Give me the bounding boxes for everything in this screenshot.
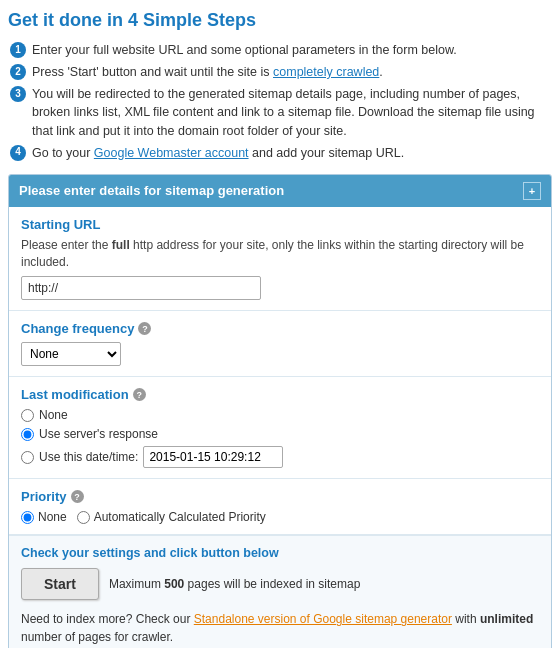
url-input[interactable] — [21, 276, 261, 300]
last-modification-radio-group: None Use server's response Use this date… — [21, 408, 539, 468]
priority-help[interactable]: ? — [71, 490, 84, 503]
change-frequency-help[interactable]: ? — [138, 322, 151, 335]
last-modification-label: Last modification ? — [21, 387, 539, 402]
step-4: 4 Go to your Google Webmaster account an… — [10, 144, 550, 162]
starting-url-section: Starting URL Please enter the full http … — [9, 207, 551, 312]
change-frequency-section: Change frequency ? None Always Hourly Da… — [9, 311, 551, 377]
step-text-1: Enter your full website URL and some opt… — [32, 41, 457, 59]
priority-radio-group: None Automatically Calculated Priority — [21, 510, 539, 524]
change-frequency-select[interactable]: None Always Hourly Daily Weekly Monthly … — [21, 342, 121, 366]
last-mod-none-radio[interactable] — [21, 409, 34, 422]
last-mod-none-option[interactable]: None — [21, 408, 539, 422]
last-mod-custom-option[interactable]: Use this date/time: — [21, 446, 539, 468]
step-num-2: 2 — [10, 64, 26, 80]
last-mod-server-option[interactable]: Use server's response — [21, 427, 539, 441]
step-1: 1 Enter your full website URL and some o… — [10, 41, 550, 59]
priority-none-radio[interactable] — [21, 511, 34, 524]
step-3: 3 You will be redirected to the generate… — [10, 85, 550, 139]
last-mod-server-radio[interactable] — [21, 428, 34, 441]
priority-auto-option[interactable]: Automatically Calculated Priority — [77, 510, 266, 524]
starting-url-desc: Please enter the full http address for y… — [21, 237, 539, 271]
max-pages-text: Maximum 500 pages will be indexed in sit… — [109, 577, 360, 591]
priority-none-option[interactable]: None — [21, 510, 67, 524]
step-num-1: 1 — [10, 42, 26, 58]
start-row: Start Maximum 500 pages will be indexed … — [21, 568, 539, 600]
expand-icon[interactable]: + — [523, 182, 541, 200]
check-settings-section: Check your settings and click button bel… — [9, 535, 551, 648]
form-panel-header: Please enter details for sitemap generat… — [9, 175, 551, 207]
change-frequency-label: Change frequency ? — [21, 321, 539, 336]
datetime-input[interactable] — [143, 446, 283, 468]
form-panel-body: Starting URL Please enter the full http … — [9, 207, 551, 648]
step-text-3: You will be redirected to the generated … — [32, 85, 550, 139]
crawled-link[interactable]: completely crawled — [273, 65, 379, 79]
step-2: 2 Press 'Start' button and wait until th… — [10, 63, 550, 81]
step-num-4: 4 — [10, 145, 26, 161]
last-mod-custom-radio[interactable] — [21, 451, 34, 464]
form-panel: Please enter details for sitemap generat… — [8, 174, 552, 648]
step-text-2: Press 'Start' button and wait until the … — [32, 63, 383, 81]
priority-auto-radio[interactable] — [77, 511, 90, 524]
check-settings-label: Check your settings and click button bel… — [21, 546, 539, 560]
promo-text: Need to index more? Check our Standalone… — [21, 610, 539, 646]
priority-section: Priority ? None Automatically Calculated… — [9, 479, 551, 535]
start-button[interactable]: Start — [21, 568, 99, 600]
starting-url-label: Starting URL — [21, 217, 539, 232]
last-modification-section: Last modification ? None Use server's re… — [9, 377, 551, 479]
priority-label: Priority ? — [21, 489, 539, 504]
step-text-4: Go to your Google Webmaster account and … — [32, 144, 404, 162]
form-panel-title: Please enter details for sitemap generat… — [19, 183, 284, 198]
last-modification-help[interactable]: ? — [133, 388, 146, 401]
google-webmaster-link[interactable]: Google Webmaster account — [94, 146, 249, 160]
step-num-3: 3 — [10, 86, 26, 102]
steps-list: 1 Enter your full website URL and some o… — [8, 41, 552, 162]
standalone-link[interactable]: Standalone version of Google sitemap gen… — [194, 612, 452, 626]
page-title: Get it done in 4 Simple Steps — [8, 10, 552, 31]
